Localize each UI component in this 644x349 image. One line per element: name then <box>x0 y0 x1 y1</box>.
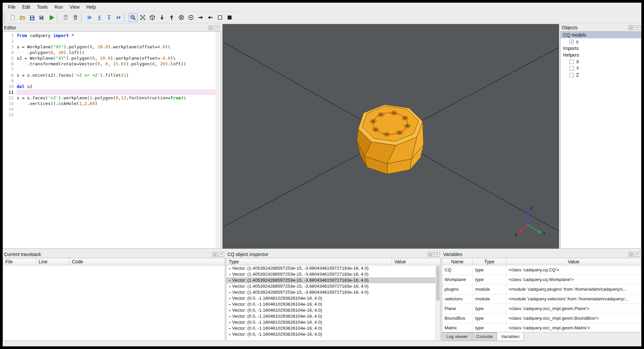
tree-item-cq-models[interactable]: CQ models <box>561 32 641 38</box>
clipboard-button[interactable] <box>61 13 70 22</box>
view-back-button[interactable] <box>186 13 195 22</box>
checkbox-z[interactable] <box>569 73 574 77</box>
menu-view[interactable]: View <box>66 3 83 12</box>
iso-view-button[interactable] <box>148 13 157 22</box>
viewport-3d[interactable]: X Y Z <box>222 24 559 249</box>
float-icon <box>209 27 212 29</box>
float-panel-button[interactable] <box>212 252 217 257</box>
open-file-button[interactable] <box>18 13 27 22</box>
checkbox-y[interactable] <box>569 66 574 71</box>
debug-continue-button[interactable] <box>114 13 123 22</box>
save-button[interactable] <box>28 13 37 22</box>
close-panel-button[interactable]: × <box>635 252 640 257</box>
expand-arrow-icon[interactable]: ▸ <box>228 325 232 331</box>
expand-arrow-icon[interactable]: ▸ <box>228 295 232 301</box>
inspector-row[interactable]: ▸Vector: (0.0, -1.1604610293826104e-16, … <box>226 307 436 313</box>
inspector-rows: ▸Vector: (1.4053924288597253e-15, -3.680… <box>226 265 436 341</box>
expand-arrow-icon[interactable]: ▸ <box>228 331 232 337</box>
variable-row-BoundBox[interactable]: BoundBoxtype<class 'cadquery.occ_impl.ge… <box>442 314 641 323</box>
menu-tools[interactable]: Tools <box>34 3 51 12</box>
expand-arrow-icon[interactable]: ▸ <box>228 289 232 295</box>
inspector-row[interactable]: ▸Vector: (1.4053924288597253e-15, -3.680… <box>226 265 436 271</box>
variable-value: <module 'cadquery.plugins' from '/home/a… <box>506 285 641 294</box>
variable-row-plugins[interactable]: pluginsmodule<module 'cadquery.plugins' … <box>442 285 641 294</box>
expand-arrow-icon[interactable]: ▸ <box>228 265 232 271</box>
checkbox-x[interactable] <box>569 60 574 64</box>
debug-step-button[interactable] <box>85 13 94 22</box>
float-panel-button[interactable] <box>208 25 213 30</box>
expand-arrow-icon[interactable]: ▸ <box>228 301 232 307</box>
expand-arrow-icon[interactable]: ▸ <box>228 313 232 319</box>
close-panel-button[interactable]: × <box>434 252 440 257</box>
view-down-button[interactable] <box>158 13 166 22</box>
scrollbar-thumb[interactable] <box>436 266 440 301</box>
tab-log-viewer[interactable]: Log viewer <box>442 332 472 341</box>
tree-item-x[interactable]: X <box>561 58 641 65</box>
tree-item-s[interactable]: ✓s <box>561 38 641 45</box>
wireframe-button[interactable] <box>215 13 224 22</box>
editor-scrollbar[interactable] <box>216 32 221 248</box>
debug-step-out-button[interactable] <box>105 13 114 22</box>
inspector-row[interactable]: ▸Vector: (0.0, -1.1604610293826104e-16, … <box>226 325 436 331</box>
toolbar-handle[interactable] <box>81 14 84 22</box>
inspector-scrollbar[interactable] <box>435 265 440 341</box>
inspector-row[interactable]: ▸Vector: (0.0, -1.1604610293826104e-16, … <box>226 301 436 307</box>
inspector-row[interactable]: ▸Vector: (1.4053924288597253e-15, -3.680… <box>226 277 436 283</box>
debug-step-into-button[interactable] <box>95 13 104 22</box>
line-number: 15 <box>3 112 17 118</box>
variable-row-Matrix[interactable]: Matrixtype<class 'cadquery.occ_impl.geom… <box>442 323 641 332</box>
variable-row-Plane[interactable]: Planetype<class 'cadquery.occ_impl.geom.… <box>442 304 641 314</box>
menu-help[interactable]: Help <box>83 3 99 12</box>
inspector-row[interactable]: ▸Vector: (1.4053924288597253e-15, -3.680… <box>226 289 436 295</box>
view-up-button[interactable] <box>167 13 176 22</box>
view-front-button[interactable] <box>177 13 186 22</box>
expand-arrow-icon[interactable]: ▸ <box>228 271 232 277</box>
close-panel-button[interactable]: × <box>219 252 224 257</box>
expand-arrow-icon[interactable]: ▸ <box>228 307 232 313</box>
view-left-button[interactable] <box>206 13 215 22</box>
inspector-row[interactable]: ▸Vector: (0.0, -1.1604610293826104e-16, … <box>226 313 436 319</box>
inspector-row[interactable]: ▸Vector: (1.4053924288597253e-15, -3.680… <box>226 283 436 289</box>
float-panel-button[interactable] <box>428 252 433 257</box>
float-panel-button[interactable] <box>628 25 634 30</box>
menu-edit[interactable]: Edit <box>19 3 34 12</box>
toolbar-handle[interactable] <box>124 14 127 22</box>
inspector-row[interactable]: ▸Vector: (0.0, -1.1604610293826104e-16, … <box>226 295 436 301</box>
vector-value: Vector: (0.0, -1.1604610293826104e-16, 4… <box>232 313 322 319</box>
new-file-button[interactable] <box>8 13 17 22</box>
checkbox-s[interactable]: ✓ <box>569 40 574 44</box>
variable-row-selectors[interactable]: selectorsmodule<module 'cadquery.selecto… <box>442 294 641 304</box>
save-as-button[interactable] <box>37 13 46 22</box>
close-panel-button[interactable]: × <box>215 25 220 30</box>
inspector-row[interactable]: ▸Vector: (1.4053924288597253e-15, -3.680… <box>226 271 436 277</box>
delete-button[interactable] <box>71 13 80 22</box>
view-right-button[interactable] <box>196 13 205 22</box>
toolbar-handle[interactable] <box>57 14 60 22</box>
toolbar-handle[interactable] <box>4 14 7 22</box>
tab-variables[interactable]: Variables <box>497 332 524 341</box>
cad-model[interactable] <box>357 105 424 174</box>
tree-item-helpers[interactable]: Helpers <box>561 52 641 58</box>
tab-console[interactable]: Console <box>472 332 497 341</box>
variable-row-CQ[interactable]: CQtype<class 'cadquery.cq.CQ'> <box>442 265 641 275</box>
line-number: 8 <box>3 72 17 78</box>
render-button[interactable] <box>47 13 56 22</box>
expand-arrow-icon[interactable]: ▸ <box>228 277 232 283</box>
expand-arrow-icon[interactable]: ▸ <box>228 319 232 325</box>
inspector-row[interactable]: ▸Vector: (0.0, -1.1604610293826104e-16, … <box>226 331 436 337</box>
variable-name: CQ <box>442 265 473 275</box>
inspector-row[interactable]: ▸Vector: (0.0, -1.1604610293826104e-16, … <box>226 319 436 325</box>
tree-item-y[interactable]: Y <box>561 65 641 72</box>
menu-file[interactable]: File <box>5 3 19 12</box>
shaded-button[interactable] <box>225 13 234 22</box>
tree-item-imports[interactable]: Imports <box>561 45 641 52</box>
float-panel-button[interactable] <box>628 252 634 257</box>
editor-code-area[interactable]: 1from cadquery import *23s = Workplane("… <box>3 32 216 248</box>
expand-arrow-icon[interactable]: ▸ <box>228 283 232 289</box>
zoom-to-fit-button[interactable] <box>129 13 138 22</box>
tree-item-z[interactable]: Z <box>561 72 641 78</box>
variable-row-Workplane[interactable]: Workplanetype<class 'cadquery.cq.Workpla… <box>442 275 641 285</box>
fit-all-button[interactable] <box>138 13 147 22</box>
close-panel-button[interactable]: × <box>635 25 640 30</box>
menu-run[interactable]: Run <box>51 3 66 12</box>
